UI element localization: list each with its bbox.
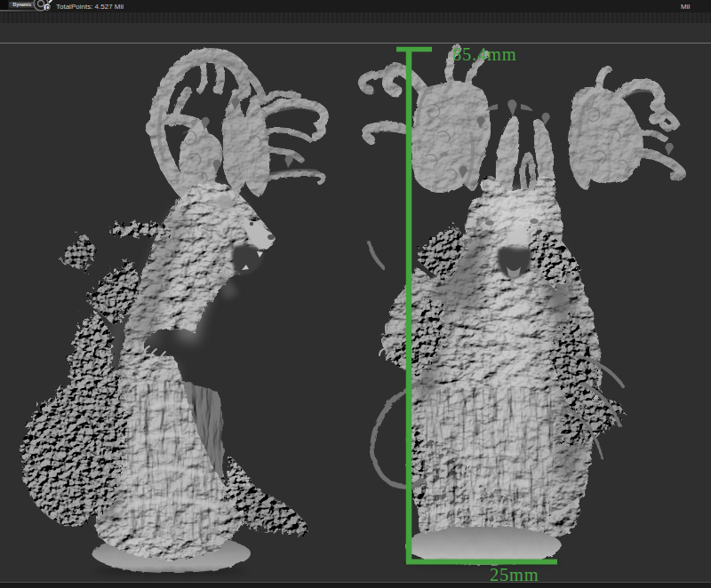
svg-text:85.4mm: 85.4mm xyxy=(452,44,517,64)
